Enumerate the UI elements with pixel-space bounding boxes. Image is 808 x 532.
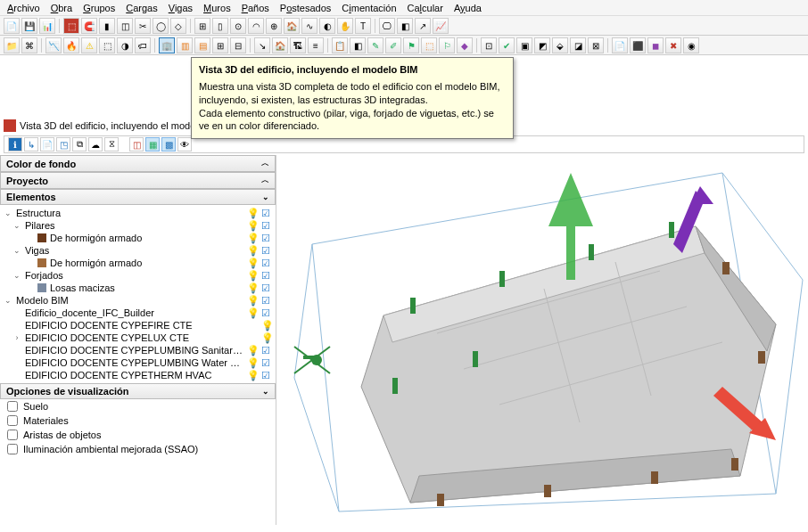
arrow2-icon[interactable]: ↘	[254, 37, 270, 53]
bulb-icon[interactable]: 💡	[247, 370, 258, 381]
bulb-icon[interactable]: 💡	[247, 233, 258, 243]
tree-estructura[interactable]: ⌄Estructura 💡 ☑	[0, 207, 276, 219]
flag2-icon[interactable]: ⚐	[439, 37, 455, 53]
hand-icon[interactable]: ✋	[337, 18, 353, 34]
checkbox-icon[interactable]: ☑	[261, 245, 272, 256]
split-icon[interactable]: ◫	[129, 137, 144, 151]
save-icon[interactable]: 💾	[21, 18, 37, 34]
cut-icon[interactable]: ✂	[135, 18, 151, 34]
tool-icon[interactable]: ⬚	[421, 37, 437, 53]
tree-cypelux[interactable]: ›EDIFICIO DOCENTE CYPELUX CTE 💡	[0, 331, 276, 344]
tool-icon[interactable]: ⬚	[63, 18, 79, 34]
checkbox-icon[interactable]: ☑	[261, 307, 272, 318]
tool-icon[interactable]: ⊕	[266, 18, 282, 34]
curve-icon[interactable]: ∿	[301, 18, 317, 34]
checkbox-ssao[interactable]	[7, 444, 18, 454]
bulb-icon[interactable]: 💡	[247, 345, 258, 356]
home2-icon[interactable]: 🏠	[272, 37, 288, 53]
text-icon[interactable]: T	[355, 18, 371, 34]
bulb-icon[interactable]: 💡	[247, 307, 258, 318]
tag2-icon[interactable]: 🏷	[135, 37, 151, 53]
tool-icon[interactable]: ◆	[457, 37, 473, 53]
checkbox-materiales[interactable]	[7, 415, 18, 426]
check-icon[interactable]: ✔	[499, 37, 515, 53]
tool-icon[interactable]: ⊞	[212, 37, 228, 53]
circle-icon[interactable]: ◯	[153, 18, 169, 34]
menu-postesados[interactable]: Postesados	[280, 3, 332, 13]
bulb-icon[interactable]: 💡	[247, 270, 258, 281]
menu-cimentacion[interactable]: Cimentación	[342, 3, 396, 13]
tool-icon[interactable]: ◧	[350, 37, 366, 53]
tool-icon[interactable]: ▥	[177, 37, 193, 53]
tree-forjados[interactable]: ⌄Forjados 💡 ☑	[0, 269, 276, 282]
tool-icon[interactable]: ◑	[117, 37, 133, 53]
tool-icon[interactable]: ≡	[308, 37, 324, 53]
checkbox-icon[interactable]: ☑	[261, 208, 272, 218]
bulb-icon[interactable]: 💡	[247, 282, 258, 293]
bracket-icon[interactable]: ↳	[24, 137, 38, 151]
tool-icon[interactable]: ⬙	[552, 37, 568, 53]
magnet-icon[interactable]: 🧲	[81, 18, 97, 34]
menu-cargas[interactable]: Cargas	[126, 3, 157, 13]
grid-icon[interactable]: ▩	[161, 137, 176, 151]
info-icon[interactable]: ℹ	[8, 137, 22, 151]
panel-proyecto[interactable]: Proyecto︿	[0, 172, 276, 189]
edit-icon[interactable]: ✎	[367, 37, 383, 53]
menu-grupos[interactable]: Grupos	[83, 3, 115, 13]
opt-materiales[interactable]: Materiales	[0, 413, 276, 428]
tool-icon[interactable]: ▤	[194, 37, 210, 53]
3d-view-bim-icon[interactable]: 🏢	[159, 37, 175, 53]
view-icon[interactable]: ▦	[145, 137, 160, 151]
menu-calcular[interactable]: Calcular	[408, 3, 443, 13]
tree-cypeplumb-sanitary[interactable]: EDIFICIO DOCENTE CYPEPLUMBING Sanitary S…	[0, 344, 276, 356]
checkbox-icon[interactable]: ☑	[261, 357, 272, 368]
checkbox-icon[interactable]: ☑	[261, 345, 272, 356]
screen-icon[interactable]: 🖵	[379, 18, 395, 34]
tool-icon[interactable]: ▣	[516, 37, 532, 53]
tree-edificio-docente[interactable]: Edificio_docente_IFC_Builder 💡 ☑	[0, 307, 276, 319]
3d-viewport[interactable]	[276, 155, 808, 525]
bulb-off-icon[interactable]: 💡	[261, 332, 272, 343]
tool-icon[interactable]: ◐	[319, 18, 335, 34]
doc-icon[interactable]: 📄	[40, 137, 54, 151]
checkbox-icon[interactable]: ☑	[261, 270, 272, 281]
checkbox-icon[interactable]: ☑	[261, 258, 272, 268]
menu-vigas[interactable]: Vigas	[169, 3, 193, 13]
pillar-icon[interactable]: ▮	[99, 18, 115, 34]
bulb-off-icon[interactable]: 💡	[261, 320, 272, 331]
menu-panos[interactable]: Paños	[242, 3, 269, 13]
bulb-icon[interactable]: 💡	[247, 245, 258, 256]
menu-muros[interactable]: Muros	[203, 3, 231, 13]
cube-icon[interactable]: ◳	[56, 137, 70, 151]
tool-icon[interactable]: ⬛	[630, 37, 646, 53]
tree-losas[interactable]: Losas macizas 💡 ☑	[0, 282, 276, 294]
checkbox-icon[interactable]: ☑	[261, 295, 272, 306]
panel-opciones[interactable]: Opciones de visualización⌄	[0, 383, 276, 399]
doc-icon[interactable]: 📋	[332, 37, 348, 53]
tree-cypeplumb-water[interactable]: EDIFICIO DOCENTE CYPEPLUMBING Water Syst…	[0, 356, 276, 369]
tree-pilares-hormigon[interactable]: De hormigón armado 💡 ☑	[0, 232, 276, 244]
new-icon[interactable]: 📄	[4, 18, 20, 34]
checkbox-icon[interactable]: ☑	[261, 282, 272, 293]
chart2-icon[interactable]: 📈	[433, 18, 449, 34]
graph-icon[interactable]: 📉	[45, 37, 62, 53]
bulb-icon[interactable]: 💡	[247, 208, 258, 218]
menu-ayuda[interactable]: Ayuda	[454, 3, 482, 13]
tool-icon[interactable]: ⊞	[194, 18, 210, 34]
bulb-icon[interactable]: 💡	[247, 357, 258, 368]
layers-icon[interactable]: ⧉	[72, 137, 87, 151]
warn-icon[interactable]: ⚠	[81, 37, 97, 53]
arc-icon[interactable]: ◠	[248, 18, 264, 34]
link-icon[interactable]: ⧖	[104, 137, 119, 151]
close-icon[interactable]: ✖	[665, 37, 681, 53]
tool-icon[interactable]: ⊟	[230, 37, 246, 53]
tree-vigas-hormigon[interactable]: De hormigón armado 💡 ☑	[0, 257, 276, 269]
checkbox-icon[interactable]: ☑	[261, 233, 272, 243]
checkbox-icon[interactable]: ☑	[261, 220, 272, 231]
fire-icon[interactable]: 🔥	[63, 37, 79, 53]
open-icon[interactable]: 📁	[4, 37, 20, 53]
chart-icon[interactable]: 📊	[39, 18, 55, 34]
target-icon[interactable]: ⊙	[230, 18, 246, 34]
tool-icon[interactable]: ◫	[117, 18, 133, 34]
bulb-icon[interactable]: 💡	[247, 295, 258, 306]
